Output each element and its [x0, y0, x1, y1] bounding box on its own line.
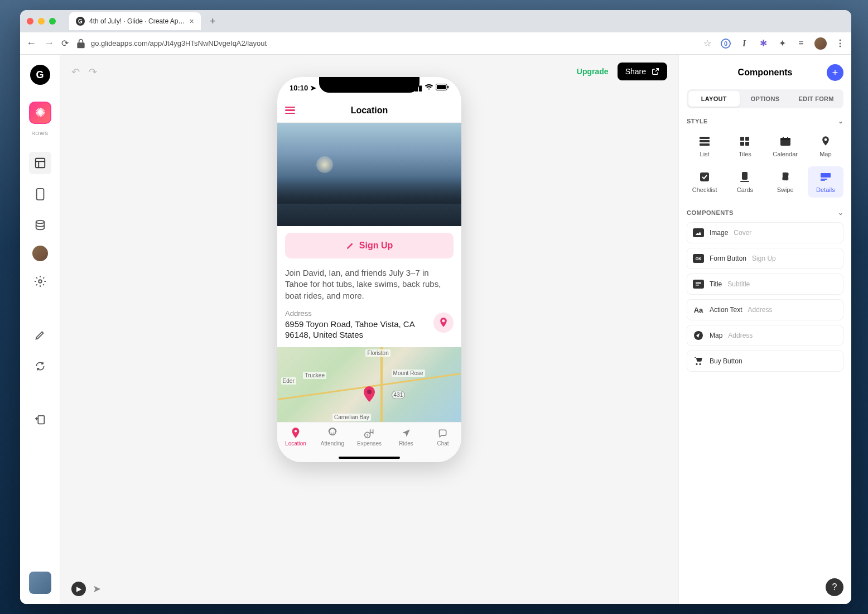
- details-icon: [821, 171, 831, 183]
- reading-list-icon[interactable]: ≡: [795, 38, 807, 49]
- style-label: Checklist: [692, 186, 717, 193]
- browser-chrome: G 4th of July! · Glide · Create Ap… × + …: [20, 10, 851, 55]
- traffic-minimize[interactable]: [38, 18, 45, 25]
- traffic-close[interactable]: [27, 18, 33, 25]
- sync-nav-icon[interactable]: [29, 355, 51, 377]
- component-sub: Cover: [734, 229, 751, 237]
- rides-tab-icon: [401, 427, 411, 439]
- reload-button[interactable]: ⟳: [61, 38, 69, 49]
- component-sub: Address: [728, 332, 753, 339]
- style-calendar[interactable]: Calendar: [768, 131, 803, 162]
- extension-icon[interactable]: 0: [721, 39, 731, 49]
- style-cards[interactable]: Cards: [727, 166, 763, 198]
- share-button[interactable]: Share: [618, 63, 667, 80]
- app-icon[interactable]: ✺: [29, 102, 51, 124]
- tab-layout[interactable]: LAYOUT: [688, 91, 740, 107]
- component-name: Buy Button: [710, 357, 742, 365]
- address-value: 6959 Toyon Road, Tahoe Vista, CA 96148, …: [285, 319, 454, 340]
- extensions-icon[interactable]: ✦: [777, 38, 788, 49]
- phone-preview: 10:10 ➤ ▪▪▮▮ Location: [277, 77, 461, 462]
- component-item-title[interactable]: Title Subtitle: [687, 274, 843, 295]
- layout-nav-icon[interactable]: [29, 152, 51, 174]
- panel-header: Components +: [687, 63, 843, 83]
- style-tiles[interactable]: Tiles: [727, 131, 763, 162]
- upgrade-link[interactable]: Upgrade: [577, 67, 609, 76]
- canvas-actions: Upgrade Share: [577, 63, 667, 80]
- tab-expenses[interactable]: $ Expenses: [353, 427, 386, 447]
- data-nav-icon[interactable]: [29, 214, 51, 237]
- components-section-header[interactable]: COMPONENTS ⌄: [687, 209, 843, 217]
- back-button[interactable]: ←: [26, 37, 37, 49]
- play-button[interactable]: ▶: [71, 582, 86, 596]
- preview-canvas: ↶ ↷ Upgrade Share ▶ ➤ 10:10: [60, 55, 678, 604]
- subtitle-text: Join David, Ian, and friends July 3–7 in…: [277, 265, 461, 306]
- url-input[interactable]: go.glideapps.com/app/Jt4yg3HTsNwNDvgeIqA…: [75, 38, 695, 49]
- help-button[interactable]: ?: [826, 578, 843, 596]
- style-label: Calendar: [773, 151, 798, 157]
- style-checklist[interactable]: Checklist: [687, 166, 722, 198]
- chevron-down-icon: ⌄: [838, 209, 844, 217]
- style-label: List: [700, 151, 710, 157]
- component-sub: Sign Up: [752, 255, 776, 262]
- favicon-icon: G: [76, 17, 85, 26]
- signup-button[interactable]: Sign Up: [285, 233, 454, 258]
- user-nav-icon[interactable]: [32, 246, 48, 261]
- menu-icon[interactable]: ⋮: [835, 38, 846, 49]
- extension-icon[interactable]: I: [739, 38, 750, 49]
- component-item-form-button[interactable]: OK Form Button Sign Up: [687, 248, 843, 269]
- tab-attending[interactable]: Attending: [316, 427, 349, 447]
- tab-chat[interactable]: Chat: [426, 427, 460, 447]
- style-section-header[interactable]: STYLE ⌄: [687, 117, 843, 125]
- tab-options[interactable]: OPTIONS: [740, 91, 791, 107]
- tab-rides[interactable]: Rides: [389, 427, 423, 447]
- bookmark-icon[interactable]: ☆: [702, 38, 713, 49]
- style-label: Swipe: [777, 186, 794, 193]
- svg-point-12: [367, 390, 372, 394]
- tab-location[interactable]: Location: [279, 427, 312, 447]
- component-item-buy-button[interactable]: Buy Button: [687, 351, 843, 372]
- edit-nav-icon[interactable]: [29, 324, 51, 346]
- app-header-title: Location: [351, 105, 388, 116]
- tab-bar: G 4th of July! · Glide · Create Ap… × +: [20, 10, 851, 32]
- checklist-icon: [700, 171, 709, 183]
- expenses-tab-icon: $: [364, 427, 375, 439]
- style-swipe[interactable]: Swipe: [768, 166, 803, 198]
- redo-icon[interactable]: ↷: [89, 66, 97, 78]
- hamburger-icon[interactable]: [285, 107, 295, 114]
- action-text-icon: Aa: [693, 305, 704, 314]
- style-details[interactable]: Details: [808, 166, 843, 198]
- style-label: Tiles: [739, 151, 751, 157]
- browser-tab[interactable]: G 4th of July! · Glide · Create Ap… ×: [69, 12, 201, 30]
- account-avatar[interactable]: [29, 572, 51, 594]
- traffic-maximize[interactable]: [49, 18, 56, 25]
- style-map[interactable]: Map: [808, 131, 843, 162]
- address-pin-button[interactable]: [433, 313, 454, 333]
- open-icon: [652, 68, 659, 75]
- glide-logo[interactable]: G: [30, 65, 50, 85]
- component-item-image[interactable]: Image Cover: [687, 222, 843, 243]
- component-item-action-text[interactable]: Aa Action Text Address: [687, 299, 843, 320]
- status-time: 10:10: [290, 84, 308, 92]
- cursor-tool-icon[interactable]: ➤: [93, 583, 101, 595]
- map-label: Mount Rose: [392, 370, 425, 377]
- close-tab-icon[interactable]: ×: [189, 17, 194, 26]
- battery-icon: [436, 84, 449, 92]
- macos-window: G 4th of July! · Glide · Create Ap… × + …: [20, 10, 851, 604]
- map-icon: [822, 135, 830, 147]
- tab-edit-form[interactable]: EDIT FORM: [790, 91, 842, 107]
- extension-icon[interactable]: ✱: [758, 38, 769, 49]
- fireworks-icon: ✺: [35, 105, 45, 120]
- component-item-map[interactable]: Map Address: [687, 325, 843, 346]
- device-nav-icon[interactable]: [29, 183, 51, 205]
- new-tab-button[interactable]: +: [205, 13, 221, 29]
- forward-button[interactable]: →: [44, 37, 55, 49]
- add-screen-nav-icon[interactable]: [29, 409, 51, 431]
- map-image[interactable]: Floriston Truckee Mount Rose Eder Carnel…: [277, 347, 461, 424]
- svg-rect-40: [696, 285, 699, 286]
- style-list[interactable]: List: [687, 131, 722, 162]
- settings-nav-icon[interactable]: [29, 270, 51, 292]
- svg-rect-23: [740, 142, 744, 146]
- add-component-button[interactable]: +: [827, 64, 843, 81]
- profile-avatar[interactable]: [814, 37, 827, 50]
- undo-icon[interactable]: ↶: [71, 66, 80, 78]
